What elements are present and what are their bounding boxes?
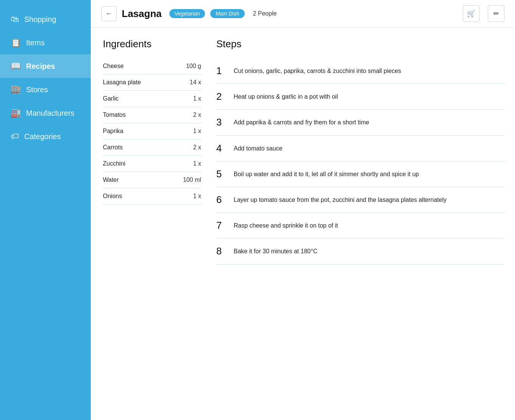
edit-icon: ✏ [493,9,499,18]
ingredient-name: Water [103,177,119,183]
ingredient-qty: 1 x [193,160,201,167]
sidebar-item-manufacturers[interactable]: 🏭 Manufacturers [0,101,91,125]
ingredient-name: Cheese [103,63,124,70]
ingredient-qty: 100 g [186,63,201,70]
sidebar-item-label: Manufacturers [26,109,74,118]
ingredients-list: Cheese 100 gLasagna plate 14 xGarlic 1 x… [103,58,201,205]
ingredient-name: Tomatos [103,112,126,118]
step-row: 6 Layer up tomato sauce from the pot, zu… [216,187,504,213]
step-number: 1 [216,65,227,77]
sidebar-item-categories[interactable]: 🏷 Categories [0,125,91,148]
tag-main-dish: Main Dish [210,9,244,18]
cart-icon: 🛒 [467,9,475,18]
ingredient-name: Zucchini [103,160,126,167]
step-number: 8 [216,245,227,257]
ingredient-name: Onions [103,193,122,200]
step-row: 3 Add paprika & carrots and fry them for… [216,110,504,135]
step-row: 2 Heat up onions & garlic in a pot with … [216,84,504,110]
recipes-icon: 📖 [11,61,21,71]
ingredient-name: Garlic [103,95,119,102]
step-number: 7 [216,220,227,231]
sidebar-item-shopping[interactable]: 🛍 Shopping [0,8,91,31]
step-number: 4 [216,143,227,154]
step-number: 5 [216,168,227,180]
ingredient-row: Garlic 1 x [103,91,201,107]
sidebar-item-stores[interactable]: 🏬 Stores [0,78,91,101]
ingredient-row: Lasagna plate 14 x [103,74,201,91]
ingredient-name: Lasagna plate [103,79,141,86]
manufacturers-icon: 🏭 [11,108,21,118]
sidebar-item-label: Items [26,39,45,47]
back-button[interactable]: ← [101,6,116,21]
step-row: 8 Bake it for 30 minutes at 180°C [216,239,504,264]
sidebar-item-label: Categories [24,132,61,141]
ingredients-panel: Ingredients Cheese 100 gLasagna plate 14… [103,38,201,409]
steps-title: Steps [216,38,504,50]
people-label: 2 People [253,10,277,17]
step-number: 3 [216,116,227,128]
step-row: 1 Cut onions, garlic, paprika, carrots &… [216,58,504,84]
ingredient-row: Zucchini 1 x [103,156,201,172]
ingredient-qty: 1 x [193,193,201,200]
stores-icon: 🏬 [11,85,21,95]
ingredient-name: Paprika [103,128,123,135]
step-number: 6 [216,194,227,206]
shopping-icon: 🛍 [11,14,19,24]
ingredient-qty: 2 x [193,112,201,118]
step-text: Rasp cheese and sprinkle it on top of it [234,220,338,230]
ingredient-qty: 2 x [193,144,201,151]
sidebar-item-recipes[interactable]: 📖 Recipes [0,54,91,78]
ingredient-qty: 1 x [193,128,201,135]
ingredient-row: Carrots 2 x [103,139,201,156]
categories-icon: 🏷 [11,132,19,141]
ingredient-qty: 100 ml [183,177,201,183]
step-number: 2 [216,91,227,102]
ingredient-name: Carrots [103,144,123,151]
step-text: Heat up onions & garlic in a pot with oi… [234,91,338,101]
sidebar-item-label: Recipes [26,62,55,71]
sidebar: 🛍 Shopping📋 Items📖 Recipes🏬 Stores🏭 Manu… [0,0,91,420]
recipe-title: Lasagna [122,8,162,20]
steps-list: 1 Cut onions, garlic, paprika, carrots &… [216,58,504,265]
step-text: Add tomato sauce [234,143,282,153]
ingredient-row: Tomatos 2 x [103,107,201,123]
items-icon: 📋 [11,38,21,48]
ingredient-qty: 1 x [193,95,201,102]
step-text: Bake it for 30 minutes at 180°C [234,245,318,256]
step-text: Boil up water and add it to it, let all … [234,168,419,179]
sidebar-item-items[interactable]: 📋 Items [0,31,91,54]
step-text: Cut onions, garlic, paprika, carrots & z… [234,65,401,76]
edit-button[interactable]: ✏ [488,5,504,22]
step-text: Add paprika & carrots and fry them for a… [234,116,369,127]
step-row: 5 Boil up water and add it to it, let al… [216,161,504,187]
step-row: 4 Add tomato sauce [216,136,504,161]
steps-panel: Steps 1 Cut onions, garlic, paprika, car… [216,38,504,409]
ingredient-row: Cheese 100 g [103,58,201,74]
ingredient-row: Paprika 1 x [103,123,201,139]
cart-button[interactable]: 🛒 [463,5,479,22]
tag-vegetarian: Vegetarian [169,9,205,18]
ingredients-title: Ingredients [103,38,201,50]
header: ← LasagnaVegetarianMain Dish 2 People 🛒 … [91,0,515,28]
ingredient-qty: 14 x [190,79,201,86]
main-content: ← LasagnaVegetarianMain Dish 2 People 🛒 … [91,0,515,420]
ingredient-row: Onions 1 x [103,188,201,205]
sidebar-item-label: Shopping [24,15,56,24]
sidebar-item-label: Stores [26,85,48,94]
step-row: 7 Rasp cheese and sprinkle it on top of … [216,213,504,239]
ingredient-row: Water 100 ml [103,172,201,188]
step-text: Layer up tomato sauce from the pot, zucc… [234,194,447,205]
content-area: Ingredients Cheese 100 gLasagna plate 14… [91,28,515,420]
